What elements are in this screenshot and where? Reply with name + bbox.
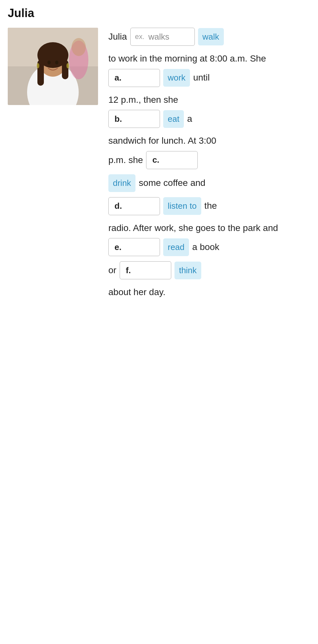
ex-label: ex. — [135, 30, 144, 43]
text-radio: radio. After work, she goes to the park … — [108, 220, 310, 236]
exercise-content: Julia ex. walks walk to work in the morn… — [108, 28, 310, 303]
line-d: d. listen to the — [108, 197, 310, 215]
hint-eat: eat — [163, 110, 184, 128]
blank-c[interactable]: c. — [146, 151, 198, 169]
line-drink: drink some coffee and — [108, 174, 310, 192]
text-morning: to work in the morning at 8:00 a.m. She — [108, 51, 310, 66]
blank-d[interactable]: d. — [108, 197, 160, 215]
intro-line: Julia ex. walks walk — [108, 28, 310, 46]
text-or: or — [108, 262, 116, 278]
intro-name: Julia — [108, 29, 127, 45]
ex-answer: walks — [148, 29, 169, 44]
line-c: p.m. she c. — [108, 151, 310, 169]
svg-point-10 — [66, 63, 69, 68]
blank-f[interactable]: f. — [120, 261, 171, 279]
text-coffee: some coffee and — [139, 175, 205, 191]
line-b: b. eat a — [108, 110, 310, 128]
hint-work: work — [163, 69, 190, 87]
svg-point-12 — [72, 38, 86, 56]
ex-fill-box: ex. walks — [130, 28, 195, 46]
hint-read: read — [163, 238, 189, 256]
text-a: a — [187, 111, 192, 127]
blank-a[interactable]: a. — [108, 69, 160, 87]
blank-b[interactable]: b. — [108, 110, 160, 128]
hint-drink: drink — [108, 174, 135, 192]
blank-e[interactable]: e. — [108, 238, 160, 256]
line-f: or f. think — [108, 261, 310, 279]
svg-point-8 — [55, 61, 58, 64]
text-until: until — [193, 70, 210, 86]
text-the: the — [204, 198, 217, 214]
hint-listen: listen to — [163, 197, 201, 215]
text-pm-she: p.m. she — [108, 152, 143, 168]
text-noon: 12 p.m., then she — [108, 92, 310, 108]
line-a: a. work until — [108, 69, 310, 87]
hint-think: think — [174, 262, 201, 279]
text-book: a book — [192, 239, 219, 255]
text-end: about her day. — [108, 284, 310, 300]
profile-photo — [8, 28, 98, 105]
page-title: Julia — [8, 6, 310, 20]
svg-point-9 — [37, 63, 39, 68]
svg-point-7 — [47, 61, 51, 64]
svg-rect-6 — [62, 60, 68, 79]
text-sandwich: sandwich for lunch. At 3:00 — [108, 133, 310, 149]
line-e: e. read a book — [108, 238, 310, 256]
hint-walk: walk — [198, 28, 224, 46]
